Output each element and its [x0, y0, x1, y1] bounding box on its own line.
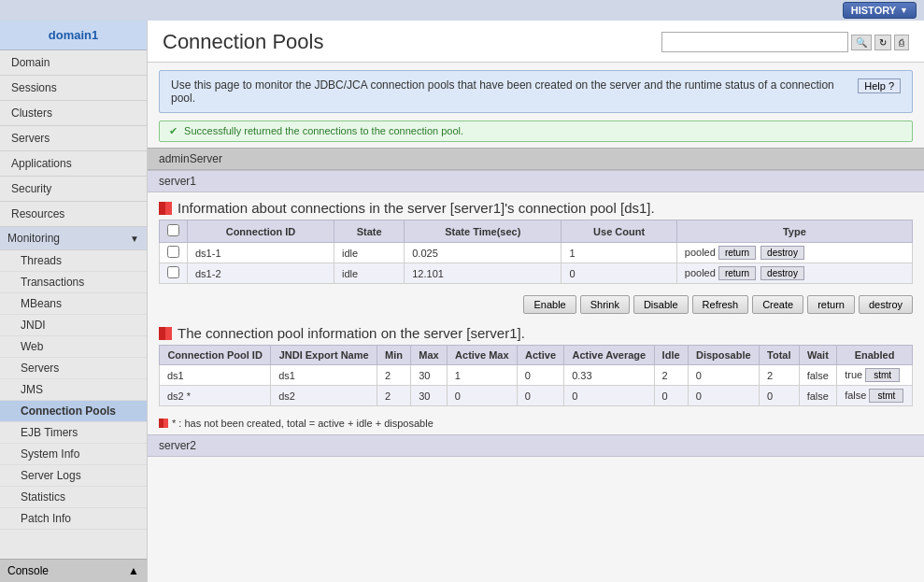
col-use-count: Use Count	[562, 220, 676, 243]
row2-return-button[interactable]: return	[718, 266, 756, 280]
shrink-button[interactable]: Shrink	[580, 295, 630, 314]
note-text: * : has not been created, total = active…	[148, 414, 924, 434]
server2-header: server2	[148, 434, 924, 457]
row1-id: ds1-1	[188, 243, 334, 263]
console-chevron-icon: ▲	[128, 564, 139, 577]
search-input[interactable]	[661, 32, 848, 52]
search-button[interactable]: 🔍	[851, 35, 872, 50]
section1-table-container: Connection ID State State Time(sec) Use …	[159, 220, 913, 284]
sidebar-sub-ejb-timers[interactable]: EJB Timers	[0, 422, 147, 444]
sidebar-sub-mbeans[interactable]: MBeans	[0, 293, 147, 315]
pool1-jndi: ds1	[271, 365, 377, 386]
sidebar-sub-web[interactable]: Web	[0, 336, 147, 358]
row1-type-text: pooled	[685, 247, 716, 258]
sidebar-monitoring-section[interactable]: Monitoring ▼	[0, 227, 147, 250]
sidebar-sub-connection-pools[interactable]: Connection Pools	[0, 401, 147, 422]
row2-destroy-button[interactable]: destroy	[761, 266, 804, 280]
export-button[interactable]: ⎙	[894, 35, 909, 50]
sidebar-sub-patch-info[interactable]: Patch Info	[0, 508, 147, 530]
col-state-time: State Time(sec)	[405, 220, 562, 243]
col-state: State	[334, 220, 404, 243]
pool2-max: 30	[411, 386, 448, 406]
admin-server-header: adminServer	[148, 148, 924, 170]
row2-checkbox[interactable]	[167, 266, 179, 278]
select-all-checkbox[interactable]	[167, 224, 179, 236]
table-row: ds1 ds1 2 30 1 0 0.33 2 0 2 false true s…	[160, 365, 913, 386]
page-title: Connection Pools	[163, 30, 323, 54]
search-bar: 🔍 ↻ ⎙	[661, 32, 909, 52]
sidebar-item-applications[interactable]: Applications	[0, 151, 147, 177]
pool2-jndi: ds2	[271, 386, 377, 406]
sidebar-sub-transactions[interactable]: Transactions	[0, 272, 147, 293]
sidebar-sub-jndi[interactable]: JNDI	[0, 315, 147, 336]
sidebar-sub-jms[interactable]: JMS	[0, 379, 147, 401]
sidebar-item-domain[interactable]: Domain	[0, 50, 147, 76]
pool1-stmt-button[interactable]: stmt	[865, 368, 900, 382]
sidebar-sub-system-info[interactable]: System Info	[0, 444, 147, 465]
section2-flag-icon	[159, 327, 172, 340]
row1-destroy-button[interactable]: destroy	[761, 246, 804, 260]
return-button[interactable]: return	[807, 295, 855, 314]
pool1-disposable: 0	[688, 365, 759, 386]
sidebar-item-servers[interactable]: Servers	[0, 126, 147, 151]
console-bar[interactable]: Console ▲	[0, 559, 147, 582]
row1-checkbox[interactable]	[167, 246, 179, 258]
pool1-idle: 2	[654, 365, 688, 386]
section2-title-text: The connection pool information on the s…	[178, 325, 525, 341]
col-type: Type	[676, 220, 912, 243]
pool-info-table: Connection Pool ID JNDI Export Name Min …	[159, 345, 913, 406]
col-min: Min	[377, 346, 411, 365]
row1-return-button[interactable]: return	[718, 246, 756, 260]
row2-state: idle	[334, 263, 404, 284]
sidebar-item-resources[interactable]: Resources	[0, 202, 147, 227]
col-wait: Wait	[799, 346, 837, 365]
section1-title-text: Information about connections in the ser…	[178, 200, 655, 216]
pool2-stmt-button[interactable]: stmt	[869, 389, 903, 403]
row1-state-time: 0.025	[405, 243, 562, 263]
col-connection-id: Connection ID	[188, 220, 334, 243]
create-button[interactable]: Create	[752, 295, 803, 314]
pool1-active: 0	[517, 365, 563, 386]
col-active-max: Active Max	[447, 346, 517, 365]
destroy-button[interactable]: destroy	[859, 295, 913, 314]
sidebar-item-clusters[interactable]: Clusters	[0, 101, 147, 126]
sidebar-sub-statistics[interactable]: Statistics	[0, 487, 147, 508]
pool2-idle: 0	[654, 386, 688, 406]
pool1-active-max: 1	[447, 365, 517, 386]
success-text: Successfully returned the connections to…	[184, 125, 463, 136]
col-max: Max	[411, 346, 448, 365]
chevron-icon: ▼	[130, 234, 139, 244]
col-total: Total	[759, 346, 799, 365]
section2-title: The connection pool information on the s…	[148, 318, 924, 345]
info-box: Help ? Use this page to monitor the JDBC…	[159, 70, 913, 113]
sidebar-domain[interactable]: domain1	[0, 21, 147, 50]
sidebar-item-sessions[interactable]: Sessions	[0, 76, 147, 101]
pool1-total: 2	[759, 365, 799, 386]
sidebar-sub-server-logs[interactable]: Server Logs	[0, 465, 147, 487]
section2-table-container: Connection Pool ID JNDI Export Name Min …	[159, 345, 913, 406]
svg-rect-1	[165, 202, 172, 215]
note-content: * : has not been created, total = active…	[172, 418, 434, 429]
refresh-button[interactable]: Refresh	[692, 295, 749, 314]
help-button[interactable]: Help ?	[858, 78, 901, 93]
history-button[interactable]: HISTORY	[843, 2, 917, 19]
disable-button[interactable]: Disable	[633, 295, 689, 314]
col-pool-id: Connection Pool ID	[160, 346, 271, 365]
success-message: ✔ Successfully returned the connections …	[159, 121, 913, 142]
connections-table: Connection ID State State Time(sec) Use …	[159, 220, 913, 284]
content-area: Connection Pools 🔍 ↻ ⎙ Help ? Use this p…	[148, 21, 924, 582]
sidebar-sub-servers[interactable]: Servers	[0, 358, 147, 379]
col-enabled: Enabled	[837, 346, 913, 365]
info-text: Use this page to monitor the JDBC/JCA co…	[171, 78, 834, 105]
pool1-active-avg: 0.33	[564, 365, 654, 386]
col-active: Active	[517, 346, 563, 365]
sidebar-item-security[interactable]: Security	[0, 177, 147, 202]
enable-button[interactable]: Enable	[523, 295, 576, 314]
row1-type: pooled return destroy	[676, 243, 912, 263]
pool1-wait: false	[799, 365, 837, 386]
refresh-icon-button[interactable]: ↻	[874, 35, 891, 50]
svg-rect-3	[165, 327, 172, 340]
section1-title: Information about connections in the ser…	[148, 192, 924, 220]
pool2-total: 0	[759, 386, 799, 406]
sidebar-sub-threads[interactable]: Threads	[0, 250, 147, 272]
